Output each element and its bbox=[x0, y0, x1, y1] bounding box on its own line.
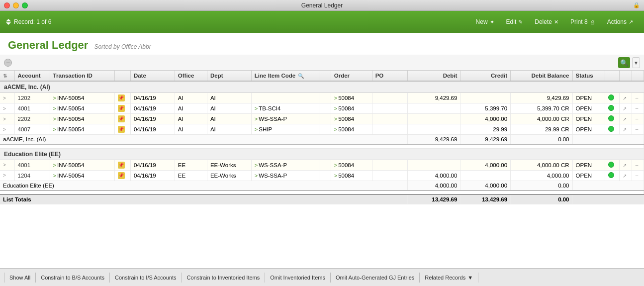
row-credit: 5,399.70 bbox=[460, 103, 511, 114]
row-dash-cell[interactable]: − bbox=[632, 114, 644, 124]
order-link-icon[interactable]: > bbox=[334, 162, 337, 168]
constrain-bs-accounts-button[interactable]: Constrain to B/S Accounts bbox=[36, 273, 110, 283]
row-status-dot-cell bbox=[605, 170, 620, 181]
print-button[interactable]: Print 8 🖨 bbox=[565, 16, 600, 27]
minus-icon[interactable]: − bbox=[635, 116, 639, 122]
row-nav-arrow[interactable]: > bbox=[0, 103, 14, 114]
minus-icon[interactable]: − bbox=[635, 105, 639, 111]
actions-button[interactable]: Actions ↗ bbox=[602, 16, 638, 27]
line-item-link-icon[interactable]: > bbox=[255, 116, 258, 122]
col-pin bbox=[114, 71, 130, 81]
row-ext-arrow-cell[interactable]: ↗ bbox=[620, 114, 632, 124]
row-nav-arrow[interactable]: > bbox=[0, 170, 14, 181]
row-po bbox=[372, 103, 407, 114]
col-line-item-code: Line Item Code 🔍 bbox=[251, 71, 319, 81]
related-records-button[interactable]: Related Records ▼ bbox=[420, 273, 478, 283]
row-nav-arrow[interactable]: > bbox=[0, 160, 14, 170]
order-link-icon[interactable]: > bbox=[334, 116, 337, 122]
trans-link-icon[interactable]: > bbox=[53, 95, 56, 101]
trans-link-icon[interactable]: > bbox=[53, 116, 56, 122]
order-link-icon[interactable]: > bbox=[334, 95, 337, 101]
related-records-arrow-icon: ▼ bbox=[467, 275, 473, 281]
minus-icon[interactable]: − bbox=[635, 95, 639, 101]
search-button[interactable]: 🔍 bbox=[618, 57, 630, 68]
actions-label: Actions bbox=[607, 18, 627, 25]
pin-icon[interactable]: 📌 bbox=[118, 126, 125, 133]
group-header-row: Education Elite (EE) bbox=[0, 148, 644, 160]
close-button[interactable] bbox=[4, 2, 10, 8]
trans-link-icon[interactable]: > bbox=[53, 105, 56, 111]
external-link-icon[interactable]: ↗ bbox=[623, 173, 627, 179]
pin-icon[interactable]: 📌 bbox=[118, 115, 125, 122]
row-dash-cell[interactable]: − bbox=[632, 93, 644, 103]
nav-next-icon bbox=[6, 22, 11, 25]
delete-button[interactable]: Delete ✕ bbox=[530, 16, 563, 27]
row-po bbox=[372, 124, 407, 135]
row-line-item: >TB-SCI4 bbox=[251, 103, 319, 114]
trans-link-icon[interactable]: > bbox=[53, 162, 56, 168]
table-row: > 1202 >INV-50054 📌 04/16/19 AI AI >5008… bbox=[0, 93, 644, 103]
pin-icon[interactable]: 📌 bbox=[118, 162, 125, 169]
row-account: 4001 bbox=[14, 160, 50, 170]
row-transaction-id: >INV-50054 bbox=[50, 124, 114, 135]
external-link-icon[interactable]: ↗ bbox=[623, 116, 627, 122]
line-item-link-icon[interactable]: > bbox=[255, 126, 258, 132]
constrain-inventoried-button[interactable]: Constrain to Inventoried Items bbox=[182, 273, 266, 283]
row-ext-arrow-cell[interactable]: ↗ bbox=[620, 160, 632, 170]
row-balance: 4,000.00 CR bbox=[511, 114, 572, 124]
external-link-icon[interactable]: ↗ bbox=[623, 95, 627, 101]
trans-link-icon[interactable]: > bbox=[53, 173, 56, 179]
table-row: > 4001 >INV-50054 📌 04/16/19 EE EE-Works… bbox=[0, 160, 644, 170]
row-dept: AI bbox=[207, 114, 251, 124]
collapse-button[interactable]: − bbox=[4, 59, 12, 67]
external-link-icon[interactable]: ↗ bbox=[623, 127, 627, 132]
minus-icon[interactable]: − bbox=[635, 126, 639, 132]
show-all-button[interactable]: Show All bbox=[4, 273, 36, 283]
pin-icon[interactable]: 📌 bbox=[118, 105, 125, 112]
row-dash-cell[interactable]: − bbox=[632, 103, 644, 114]
constrain-is-accounts-button[interactable]: Constrain to I/S Accounts bbox=[110, 273, 182, 283]
col-sort[interactable]: ⇅ bbox=[0, 71, 14, 81]
minus-icon[interactable]: − bbox=[635, 162, 639, 168]
row-po bbox=[372, 93, 407, 103]
row-nav-arrow[interactable]: > bbox=[0, 93, 14, 103]
trans-link-icon[interactable]: > bbox=[53, 126, 56, 132]
row-dept: EE-Works bbox=[207, 170, 251, 181]
row-order-nav bbox=[319, 103, 331, 114]
external-link-icon[interactable]: ↗ bbox=[623, 163, 627, 168]
line-item-link-icon[interactable]: > bbox=[255, 105, 258, 111]
maximize-button[interactable] bbox=[22, 2, 28, 8]
omit-auto-gj-button[interactable]: Omit Auto-Generated GJ Entries bbox=[331, 273, 420, 283]
line-item-link-icon[interactable]: > bbox=[255, 162, 258, 168]
line-item-search-icon[interactable]: 🔍 bbox=[298, 73, 304, 79]
row-order: >50084 bbox=[331, 114, 372, 124]
order-link-icon[interactable]: > bbox=[334, 105, 337, 111]
title-bar: General Ledger 🔒 bbox=[0, 0, 644, 11]
omit-inventoried-button[interactable]: Omit Inventoried Items bbox=[265, 273, 331, 283]
row-nav-arrow[interactable]: > bbox=[0, 114, 14, 124]
edit-button[interactable]: Edit ✎ bbox=[501, 16, 528, 27]
order-link-icon[interactable]: > bbox=[334, 173, 337, 179]
minus-icon[interactable]: − bbox=[635, 173, 639, 179]
row-dash-cell[interactable]: − bbox=[632, 170, 644, 181]
row-dash-cell[interactable]: − bbox=[632, 160, 644, 170]
record-nav-arrows[interactable] bbox=[6, 19, 11, 25]
row-status-dot-cell bbox=[605, 93, 620, 103]
row-ext-arrow-cell[interactable]: ↗ bbox=[620, 93, 632, 103]
line-item-link-icon[interactable]: > bbox=[255, 173, 258, 179]
row-status-dot-cell bbox=[605, 114, 620, 124]
row-nav-arrow[interactable]: > bbox=[0, 124, 14, 135]
row-ext-arrow-cell[interactable]: ↗ bbox=[620, 124, 632, 135]
row-order-nav bbox=[319, 93, 331, 103]
search-dropdown[interactable]: ▼ bbox=[632, 57, 640, 68]
row-dash-cell[interactable]: − bbox=[632, 124, 644, 135]
minimize-button[interactable] bbox=[13, 2, 19, 8]
pin-icon[interactable]: 📌 bbox=[118, 95, 125, 101]
pin-icon[interactable]: 📌 bbox=[118, 172, 125, 179]
external-link-icon[interactable]: ↗ bbox=[623, 106, 627, 111]
new-button[interactable]: New ✦ bbox=[471, 16, 499, 27]
row-ext-arrow-cell[interactable]: ↗ bbox=[620, 103, 632, 114]
row-ext-arrow-cell[interactable]: ↗ bbox=[620, 170, 632, 181]
table-row: > 1204 >INV-50054 📌 04/16/19 EE EE-Works… bbox=[0, 170, 644, 181]
order-link-icon[interactable]: > bbox=[334, 126, 337, 132]
